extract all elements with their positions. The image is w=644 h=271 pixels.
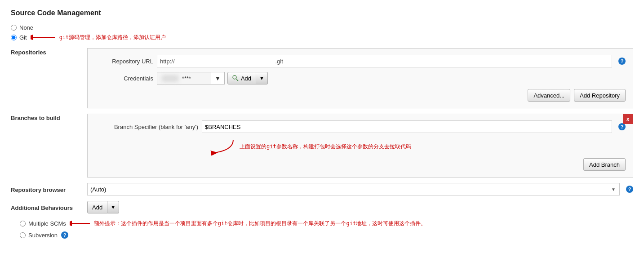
additional-add-button[interactable]: Add xyxy=(87,201,107,213)
browser-content: (Auto) ? xyxy=(87,183,633,195)
credentials-dropdown-arrow[interactable]: ▼ xyxy=(211,72,224,84)
delete-branch-button[interactable]: x xyxy=(623,114,633,124)
multiple-scms-radio[interactable] xyxy=(20,221,26,227)
key-icon xyxy=(232,75,239,81)
credentials-label: Credentials xyxy=(95,75,153,82)
credentials-dropdown[interactable]: ████ **** ▼ xyxy=(157,72,225,84)
repositories-content: Repository URL ? Credentials ████ **** xyxy=(87,48,633,108)
subversion-help-icon[interactable]: ? xyxy=(61,231,68,239)
browser-section: Repository browser (Auto) ? xyxy=(11,183,633,195)
repositories-section: Repositories Repository URL ? Credential… xyxy=(11,48,633,108)
advanced-button[interactable]: Advanced... xyxy=(528,89,570,102)
branches-content: x Branch Specifier (blank for 'any') ? xyxy=(87,114,633,178)
page-container: Source Code Management None Git git源码管理，… xyxy=(0,0,644,271)
branch-arrow-icon xyxy=(202,138,238,155)
repo-actions: Advanced... Add Repository xyxy=(95,89,626,102)
none-radio[interactable] xyxy=(11,25,17,31)
add-branch-button[interactable]: Add Branch xyxy=(583,158,626,171)
browser-select[interactable]: (Auto) xyxy=(88,183,619,195)
subversion-row: Subversion ? xyxy=(20,231,633,239)
branch-help-icon[interactable]: ? xyxy=(618,123,626,130)
branch-specifier-row: Branch Specifier (blank for 'any') ? xyxy=(95,120,626,133)
svg-point-2 xyxy=(233,76,236,79)
scm-options: Multiple SCMs 额外提示：这个插件的作用是当一个项目里面有多个git… xyxy=(20,219,633,239)
multiple-scms-arrow-icon xyxy=(70,219,92,228)
additional-label: Additional Behaviours xyxy=(11,204,87,211)
multiple-scms-row: Multiple SCMs 额外提示：这个插件的作用是当一个项目里面有多个git… xyxy=(20,219,633,228)
repositories-label: Repositories xyxy=(11,48,87,56)
branches-label: Branches to build xyxy=(11,114,87,121)
browser-help-icon[interactable]: ? xyxy=(626,186,633,193)
additional-add-label: Add xyxy=(92,204,102,211)
branch-annotation: 上面设置的git参数名称，构建打包时会选择这个参数的分支去拉取代码 xyxy=(240,143,411,151)
add-repository-button[interactable]: Add Repository xyxy=(574,89,626,102)
multiple-scms-label[interactable]: Multiple SCMs xyxy=(28,220,66,227)
branch-specifier-input[interactable] xyxy=(202,120,612,133)
git-label[interactable]: Git xyxy=(19,34,27,41)
multiple-scms-annotation: 额外提示：这个插件的作用是当一个项目里面有多个git仓库时，比如项目的根目录有一… xyxy=(94,220,426,227)
credential-value: ████ **** xyxy=(157,72,211,84)
add-btn-label: Add xyxy=(241,75,251,82)
add-credentials-btn-group: Add ▼ xyxy=(227,72,268,84)
credentials-row: Credentials ████ **** ▼ xyxy=(95,72,626,84)
arrow-icon xyxy=(31,33,58,42)
repo-url-row: Repository URL ? xyxy=(95,55,626,67)
additional-section: Additional Behaviours Add ▼ xyxy=(11,201,633,213)
subversion-label[interactable]: Subversion xyxy=(28,232,58,239)
branch-annotation-row: 上面设置的git参数名称，构建打包时会选择这个参数的分支去拉取代码 xyxy=(202,138,626,155)
repo-url-help-icon[interactable]: ? xyxy=(618,58,626,65)
branches-box: x Branch Specifier (blank for 'any') ? xyxy=(87,114,633,178)
page-title: Source Code Management xyxy=(11,9,633,17)
repo-url-label: Repository URL xyxy=(95,58,153,65)
browser-select-wrapper[interactable]: (Auto) xyxy=(87,183,620,195)
add-credentials-button[interactable]: Add xyxy=(227,72,256,84)
branches-section: Branches to build x Branch Specifier (bl… xyxy=(11,114,633,178)
subversion-radio[interactable] xyxy=(20,232,26,238)
additional-add-btn-group: Add ▼ xyxy=(87,201,119,213)
git-radio[interactable] xyxy=(11,35,17,40)
git-annotation: git源码管理，添加仓库路径，添加认证用户 xyxy=(59,34,166,41)
additional-content: Add ▼ xyxy=(87,201,119,213)
repo-box: Repository URL ? Credentials ████ **** xyxy=(87,48,633,108)
add-branch-row: Add Branch xyxy=(95,158,626,171)
branch-specifier-label: Branch Specifier (blank for 'any') xyxy=(95,124,198,130)
repo-url-input[interactable] xyxy=(157,55,612,67)
browser-label: Repository browser xyxy=(11,186,87,193)
add-credentials-caret[interactable]: ▼ xyxy=(256,72,268,84)
none-label[interactable]: None xyxy=(19,24,33,31)
additional-add-caret[interactable]: ▼ xyxy=(107,201,119,213)
